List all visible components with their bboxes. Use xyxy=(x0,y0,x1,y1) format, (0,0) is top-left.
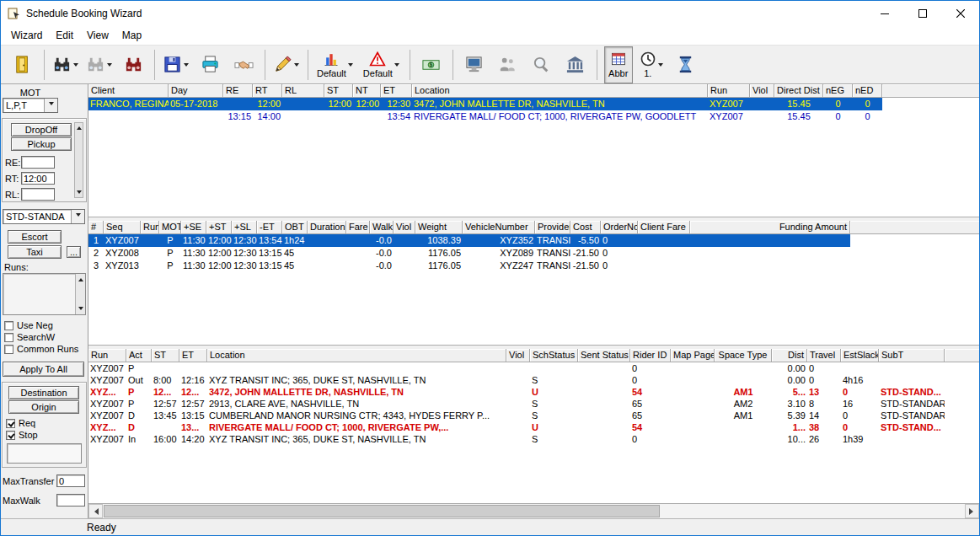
time-adjust-scrollbar[interactable] xyxy=(74,122,83,198)
violations-default-button[interactable]: Default xyxy=(361,46,403,83)
column-header--sl[interactable]: +SL xyxy=(232,221,257,234)
dropdown-arrow-icon[interactable] xyxy=(393,60,401,69)
common-runs-checkbox[interactable]: Common Runs xyxy=(1,343,88,355)
save-button[interactable] xyxy=(162,48,190,82)
scrollbar-thumb[interactable] xyxy=(104,505,660,517)
column-header-location[interactable]: Location xyxy=(412,84,708,98)
zoom-search-button[interactable] xyxy=(527,48,556,82)
close-button[interactable] xyxy=(941,1,979,26)
runs-scrollbar[interactable] xyxy=(75,274,85,314)
column-header-day[interactable]: Day xyxy=(169,84,223,98)
column-header--st[interactable]: +ST xyxy=(206,221,232,234)
maximize-button[interactable] xyxy=(903,1,941,26)
clients-button[interactable] xyxy=(494,48,522,82)
providers-button[interactable] xyxy=(561,48,590,82)
taxi-button[interactable]: Taxi xyxy=(8,245,62,259)
column-header-et[interactable]: ET xyxy=(381,84,412,98)
column-header-dist[interactable]: Dist xyxy=(772,349,807,362)
column-header-sent-status[interactable]: Sent Status xyxy=(578,349,630,362)
column-header-run[interactable]: Run xyxy=(88,349,126,362)
column-header-client-fare[interactable]: Client Fare xyxy=(638,221,690,234)
table-row[interactable]: XYZ007P00.000 xyxy=(88,362,945,374)
checkbox-box[interactable] xyxy=(4,345,13,354)
scroll-left-button[interactable] xyxy=(88,504,103,518)
table-row[interactable]: XYZ007D13:4513:15CUMBERLAND MANOR NURSIN… xyxy=(88,410,945,421)
use-neg-checkbox[interactable]: Use Neg xyxy=(1,319,88,331)
pickup-button[interactable]: Pickup xyxy=(11,137,72,151)
table-row[interactable]: FRANCO, REGINA05-17-201812:0012:0012:001… xyxy=(88,98,882,110)
edit-button[interactable] xyxy=(272,48,301,82)
column-header-duration[interactable]: Duration xyxy=(308,221,346,234)
re-input[interactable] xyxy=(21,156,55,169)
column-header-st[interactable]: ST xyxy=(152,349,179,362)
table-row[interactable]: 2XYZ008P11:3012:0012:3013:1545-0.01176.0… xyxy=(88,247,850,260)
dropdown-arrow-icon[interactable] xyxy=(656,60,665,69)
column-header-walk[interactable]: Walk xyxy=(370,221,394,234)
column-header-rt[interactable]: RT xyxy=(253,84,282,98)
runs-list-area[interactable] xyxy=(3,274,75,314)
column-header-subt[interactable]: SubT xyxy=(879,349,945,362)
column-header-ned[interactable]: nED xyxy=(853,84,882,98)
checkbox-box[interactable] xyxy=(4,333,13,342)
column-header-mot[interactable]: MOT xyxy=(159,221,181,234)
scroll-right-button[interactable] xyxy=(965,504,979,518)
stops-listbox[interactable] xyxy=(7,443,82,464)
column-header--se[interactable]: +SE xyxy=(181,221,206,234)
dropdown-arrow-icon[interactable] xyxy=(346,60,355,69)
escort-button[interactable]: Escort xyxy=(8,230,62,244)
column-header-et[interactable]: ET xyxy=(179,349,207,362)
table-row[interactable]: XYZ007Out8:0012:16XYZ TRANSIT INC; 365, … xyxy=(88,374,945,386)
table-row[interactable]: XYZ007P12:5712:572913, CLARE AVE, NASHVI… xyxy=(88,398,945,410)
schedule-default-button[interactable]: Default xyxy=(315,46,356,83)
runs-listbox[interactable] xyxy=(3,273,86,315)
table-row[interactable]: 3XYZ013P11:3012:0012:3013:1545-0.01176.0… xyxy=(88,260,850,272)
chevron-down-icon[interactable] xyxy=(44,99,57,112)
menu-map[interactable]: Map xyxy=(115,26,148,45)
abbr-toggle-button[interactable]: Abbr xyxy=(604,46,633,83)
table-row[interactable]: XYZ007In16:0014:20XYZ TRANSIT INC; 365, … xyxy=(88,433,945,445)
exit-button[interactable] xyxy=(8,48,37,82)
menu-edit[interactable]: Edit xyxy=(49,26,80,45)
column-header-viol[interactable]: Viol xyxy=(750,84,774,98)
column-header-viol[interactable]: Viol xyxy=(506,349,530,362)
column-header-obt[interactable]: OBT xyxy=(282,221,308,234)
find-next-button[interactable] xyxy=(85,48,114,82)
column-header-weight[interactable]: Weight xyxy=(415,221,463,234)
max-transfer-input[interactable] xyxy=(56,474,85,487)
column-header-cost[interactable]: Cost xyxy=(570,221,601,234)
column-header-estslack[interactable]: EstSlack xyxy=(841,349,879,362)
table-row[interactable]: 1XYZ007P11:3012:0012:3013:541h24-0.01038… xyxy=(88,234,850,247)
column-header-travel[interactable]: Travel xyxy=(807,349,841,362)
checkbox-box[interactable] xyxy=(6,431,15,440)
column-header-rl[interactable]: RL xyxy=(282,84,324,98)
find-client-button[interactable] xyxy=(51,48,80,82)
mot-combobox[interactable]: L,P,T xyxy=(3,98,58,113)
menu-wizard[interactable]: Wizard xyxy=(4,26,49,45)
column-header-space-type[interactable]: Space Type xyxy=(715,349,772,362)
dropdown-arrow-icon[interactable] xyxy=(105,60,114,69)
origin-button[interactable]: Origin xyxy=(8,400,79,414)
dropoff-button[interactable]: DropOff xyxy=(11,123,72,137)
print-button[interactable] xyxy=(195,48,224,82)
service-type-combobox[interactable]: STD-STANDA xyxy=(3,209,85,224)
taxi-more-button[interactable]: ... xyxy=(67,246,81,258)
scrollbar-track[interactable] xyxy=(103,504,965,518)
column-header-st[interactable]: ST xyxy=(324,84,353,98)
time-window-button[interactable]: 1. xyxy=(638,46,667,83)
column-header-run[interactable]: Run xyxy=(141,221,159,234)
column-header-neg[interactable]: nEG xyxy=(823,84,853,98)
column-header-seq[interactable]: Seq xyxy=(104,221,141,234)
hourglass-button[interactable] xyxy=(672,48,700,82)
rt-input[interactable] xyxy=(21,172,55,185)
column-header-fare[interactable]: Fare xyxy=(346,221,370,234)
column-header-client[interactable]: Client xyxy=(88,84,169,98)
req-checkbox[interactable]: Req xyxy=(3,417,86,429)
fare-button[interactable]: $ xyxy=(417,48,446,82)
column-header-run[interactable]: Run xyxy=(708,84,750,98)
column-header-provider[interactable]: Provider xyxy=(535,221,570,234)
column-header-direct-dist[interactable]: Direct Dist xyxy=(774,84,823,98)
chevron-down-icon[interactable] xyxy=(71,210,84,223)
column-header--et[interactable]: -ET xyxy=(257,221,282,234)
apply-to-all-button[interactable]: Apply To All xyxy=(3,362,84,377)
find-booking-button[interactable] xyxy=(119,48,147,82)
